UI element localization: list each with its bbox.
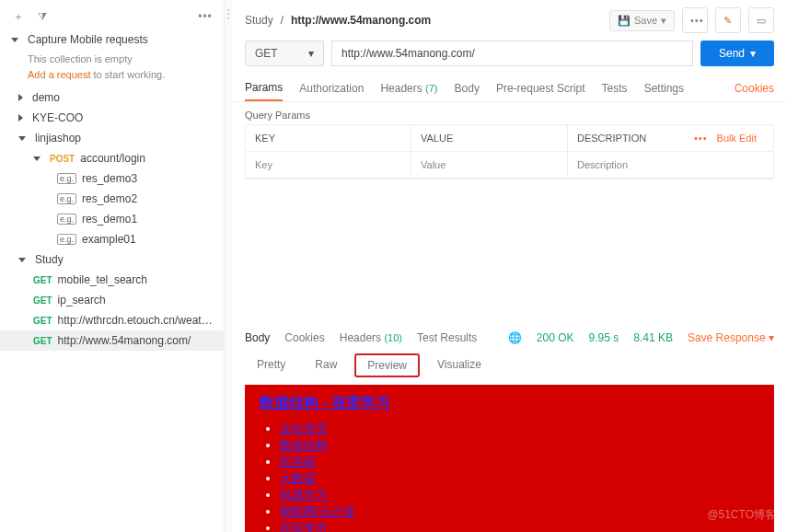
- query-params-title: Query Params: [232, 102, 787, 124]
- preview-link[interactable]: 全站首页: [280, 422, 328, 435]
- chevron-down-icon: [33, 156, 41, 161]
- resp-tab-tests[interactable]: Test Results: [417, 331, 477, 344]
- tab-label: Headers: [380, 82, 422, 95]
- collection-capture[interactable]: Capture Mobile requests: [0, 28, 224, 52]
- request-weather[interactable]: GEThttp://wthrcdn.etouch.cn/weat…: [0, 310, 224, 330]
- folder-label: Study: [35, 253, 64, 266]
- example-badge: e.g.: [57, 193, 76, 204]
- example-label: example01: [82, 233, 136, 246]
- example-res2[interactable]: e.g.res_demo2: [0, 189, 224, 209]
- cookies-link[interactable]: Cookies: [735, 82, 774, 95]
- request-account-login[interactable]: POST account/login: [0, 148, 224, 168]
- chevron-down-icon: ▾: [750, 47, 756, 60]
- breadcrumb-request: http://www.54manong.com: [291, 14, 431, 27]
- save-icon: 💾: [618, 15, 631, 27]
- example-label: res_demo2: [82, 192, 137, 205]
- send-button[interactable]: Send▾: [700, 40, 774, 66]
- view-pretty[interactable]: Pretty: [245, 353, 297, 377]
- method-select[interactable]: GET▾: [245, 40, 324, 66]
- response-preview: 数据结构 - 深度学习 全站首页数据结构区块链大数据机器学习物联网/云计算面试突…: [245, 385, 774, 532]
- folder-label: demo: [32, 91, 60, 104]
- tab-tests[interactable]: Tests: [602, 76, 628, 100]
- preview-link[interactable]: 面试突击: [280, 521, 328, 532]
- preview-link[interactable]: 数据结构: [280, 438, 328, 452]
- folder-demo[interactable]: demo: [0, 87, 224, 108]
- comment-button[interactable]: ▭: [748, 7, 774, 33]
- request-label: mobile_tel_search: [58, 273, 147, 286]
- headers-count: (7): [425, 83, 437, 94]
- resp-tab-headers[interactable]: Headers (10): [340, 331, 402, 344]
- resize-handle[interactable]: ⋮: [225, 0, 232, 532]
- view-visualize[interactable]: Visualize: [425, 353, 493, 377]
- preview-title: 数据结构 - 深度学习: [260, 394, 759, 413]
- url-input[interactable]: http://www.54manong.com/: [331, 40, 693, 66]
- chevron-right-icon: [18, 114, 23, 121]
- folder-study[interactable]: Study: [0, 249, 224, 270]
- value-input[interactable]: Value: [411, 152, 568, 178]
- edit-button[interactable]: ✎: [715, 7, 741, 33]
- bulk-edit-link[interactable]: Bulk Edit: [717, 133, 757, 144]
- tab-auth[interactable]: Authorization: [299, 76, 364, 100]
- resp-size: 8.41 KB: [633, 331, 673, 344]
- desc-input[interactable]: Description: [568, 152, 773, 178]
- folder-linjiashop[interactable]: linjiashop: [0, 128, 224, 148]
- preview-link[interactable]: 物联网/云计算: [280, 504, 355, 518]
- tab-settings[interactable]: Settings: [644, 76, 684, 100]
- tab-prereq[interactable]: Pre-request Script: [496, 76, 585, 100]
- chevron-down-icon: ▾: [308, 47, 314, 60]
- tab-params[interactable]: Params: [245, 75, 283, 101]
- headers-count: (10): [384, 332, 402, 343]
- empty-msg-1: This collection is empty: [28, 52, 213, 67]
- tab-headers[interactable]: Headers (7): [380, 76, 437, 100]
- col-value: VALUE: [411, 125, 568, 151]
- view-raw[interactable]: Raw: [303, 353, 349, 377]
- preview-link[interactable]: 区块链: [280, 455, 316, 468]
- resp-time: 9.95 s: [589, 331, 619, 344]
- request-label: account/login: [80, 152, 145, 165]
- tab-body[interactable]: Body: [455, 76, 480, 100]
- add-request-link[interactable]: Add a request: [28, 69, 91, 80]
- network-icon[interactable]: 🌐: [508, 331, 522, 344]
- method-value: GET: [255, 47, 278, 60]
- save-response-label: Save Response: [688, 331, 766, 344]
- example-res3[interactable]: e.g.res_demo3: [0, 168, 224, 189]
- folder-kye[interactable]: KYE-COO: [0, 108, 224, 128]
- collection-label: Capture Mobile requests: [28, 33, 148, 46]
- view-preview[interactable]: Preview: [354, 353, 420, 377]
- save-label: Save: [634, 15, 657, 26]
- save-response[interactable]: Save Response ▾: [688, 331, 774, 344]
- method-badge: GET: [33, 295, 52, 306]
- method-badge: GET: [33, 316, 52, 326]
- status-code: 200 OK: [537, 331, 574, 344]
- empty-msg-2: to start working.: [91, 69, 166, 80]
- method-badge: GET: [33, 275, 52, 285]
- save-button[interactable]: 💾Save▾: [609, 10, 675, 31]
- request-manong[interactable]: GEThttp://www.54manong.com/: [0, 330, 224, 351]
- more-icon[interactable]: •••: [198, 9, 213, 24]
- request-label: http://www.54manong.com/: [58, 334, 191, 347]
- add-icon[interactable]: ＋: [11, 9, 26, 24]
- example-res1[interactable]: e.g.res_demo1: [0, 209, 224, 229]
- more-actions-button[interactable]: •••: [682, 7, 708, 33]
- request-ip[interactable]: GETip_search: [0, 290, 224, 310]
- example-label: res_demo1: [82, 213, 137, 226]
- key-input[interactable]: Key: [246, 152, 411, 178]
- resp-tab-body[interactable]: Body: [245, 331, 270, 344]
- method-badge: POST: [50, 154, 75, 164]
- preview-link[interactable]: 机器学习: [280, 488, 328, 502]
- breadcrumb-folder[interactable]: Study: [245, 14, 273, 27]
- example-badge: e.g.: [57, 234, 76, 245]
- filter-icon[interactable]: ⧩: [35, 9, 50, 24]
- example-badge: e.g.: [57, 173, 76, 184]
- example-label: res_demo3: [82, 172, 137, 185]
- request-mobile[interactable]: GETmobile_tel_search: [0, 270, 224, 290]
- example-01[interactable]: e.g.example01: [0, 229, 224, 249]
- chevron-down-icon: [18, 258, 26, 262]
- folder-label: linjiashop: [35, 132, 81, 145]
- tab-label: Headers: [340, 331, 381, 344]
- more-icon[interactable]: •••: [694, 133, 708, 144]
- request-label: http://wthrcdn.etouch.cn/weat…: [58, 314, 213, 327]
- resp-tab-cookies[interactable]: Cookies: [284, 331, 324, 344]
- preview-link[interactable]: 大数据: [280, 471, 316, 485]
- col-key: KEY: [246, 125, 411, 151]
